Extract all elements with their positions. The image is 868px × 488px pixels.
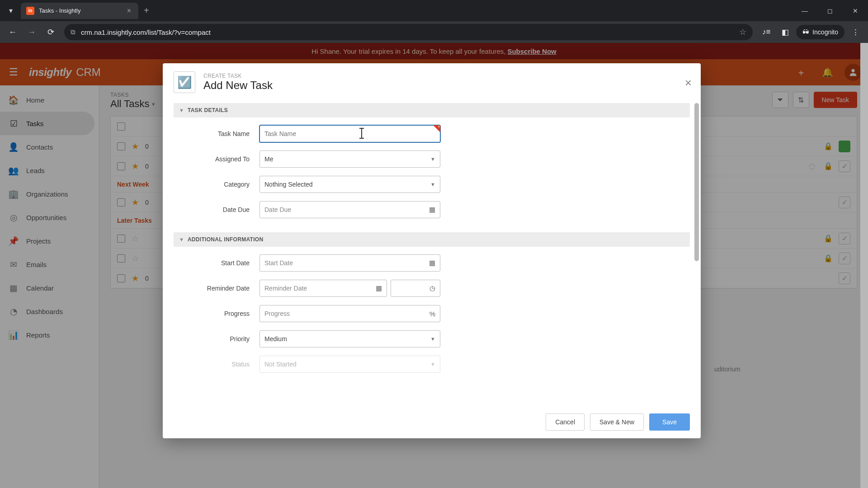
chevron-down-icon: ▼ [430,336,435,342]
scrollbar-thumb[interactable] [860,43,868,488]
label-reminder-date: Reminder Date [174,285,259,292]
reload-button[interactable]: ⟳ [42,24,59,40]
modal-eyebrow: CREATE TASK [203,73,273,79]
modal-header: ☑️ CREATE TASK Add New Task × [163,63,701,101]
save-button[interactable]: Save [649,413,690,431]
close-icon[interactable]: × [685,77,692,89]
progress-input[interactable]: Progress % [259,305,440,322]
chevron-down-icon: ▼ [430,361,435,367]
priority-select[interactable]: Medium ▼ [259,330,440,347]
incognito-label: Incognito [812,28,838,36]
calendar-icon[interactable]: ▦ [429,206,435,214]
task-name-input[interactable] [259,125,440,142]
forward-button[interactable]: → [24,24,40,40]
back-button[interactable]: ← [5,24,21,40]
incognito-icon: 🕶 [802,28,809,36]
label-assigned-to: Assigned To [174,155,259,163]
tab-list-dropdown[interactable]: ▾ [2,3,20,19]
url-text: crm.na1.insightly.com/list/Task/?v=compa… [81,28,734,36]
calendar-icon[interactable]: ▦ [429,259,435,267]
save-and-new-button[interactable]: Save & New [590,413,644,431]
media-controls-icon[interactable]: ♪≡ [758,24,774,40]
select-value: Nothing Selected [264,181,313,188]
label-category: Category [174,181,259,188]
side-panel-icon[interactable]: ◧ [777,24,793,40]
section-title: ADDITIONAL INFORMATION [188,236,263,243]
placeholder: Start Date [264,259,293,267]
label-progress: Progress [174,310,259,317]
cancel-button[interactable]: Cancel [546,413,585,431]
section-title: TASK DETAILS [188,107,228,113]
add-task-modal: ☑️ CREATE TASK Add New Task × ▼ TASK DET… [163,63,701,438]
modal-scrollbar[interactable] [694,103,699,261]
start-date-input[interactable]: Start Date ▦ [259,254,440,272]
modal-body: ▼ TASK DETAILS Task Name Assigned To [163,101,701,406]
category-select[interactable]: Nothing Selected ▼ [259,176,440,193]
label-start-date: Start Date [174,259,259,267]
window-minimize-button[interactable]: — [792,0,817,21]
site-info-icon[interactable]: ⧉ [71,28,75,36]
label-status: Status [174,361,259,368]
label-task-name: Task Name [174,130,259,137]
modal-footer: Cancel Save & New Save [163,406,701,438]
placeholder: Progress [264,310,290,317]
window-maximize-button[interactable]: ◻ [817,0,843,21]
chevron-down-icon: ▼ [179,108,184,113]
incognito-indicator[interactable]: 🕶 Incognito [796,25,844,39]
browser-tab-strip: ▾ in Tasks - Insightly × + — ◻ ✕ [0,0,868,21]
browser-menu-icon[interactable]: ⋮ [847,24,863,40]
date-due-input[interactable]: Date Due ▦ [259,201,440,218]
select-value: Medium [264,335,287,343]
window-close-button[interactable]: ✕ [843,0,868,21]
section-task-details[interactable]: ▼ TASK DETAILS [174,103,690,117]
favicon-insightly: in [26,7,34,15]
chevron-down-icon: ▼ [430,182,435,187]
placeholder: Reminder Date [264,285,307,292]
browser-tab[interactable]: in Tasks - Insightly × [21,3,138,19]
window-controls: — ◻ ✕ [792,0,868,21]
label-priority: Priority [174,335,259,343]
page-scrollbar[interactable] [860,43,868,488]
calendar-icon[interactable]: ▦ [376,284,382,292]
section-additional-info[interactable]: ▼ ADDITIONAL INFORMATION [174,232,690,247]
assigned-to-select[interactable]: Me ▼ [259,150,440,168]
tab-title: Tasks - Insightly [39,7,125,14]
new-tab-button[interactable]: + [138,5,155,16]
select-value: Not Started [264,361,297,368]
modal-title: Add New Task [203,79,273,92]
percent-icon: % [429,310,435,318]
chevron-down-icon: ▼ [430,156,435,162]
close-tab-icon[interactable]: × [125,7,133,15]
placeholder: Date Due [264,206,291,213]
chevron-down-icon: ▼ [179,237,184,242]
status-select[interactable]: Not Started ▼ [259,356,440,373]
reminder-date-input[interactable]: Reminder Date ▦ [259,280,387,297]
reminder-time-input[interactable]: ◷ [391,280,440,297]
browser-toolbar: ← → ⟳ ⧉ crm.na1.insightly.com/list/Task/… [0,21,868,43]
select-value: Me [264,155,273,163]
task-icon: ☑️ [174,71,195,93]
address-bar[interactable]: ⧉ crm.na1.insightly.com/list/Task/?v=com… [64,24,753,40]
clock-icon[interactable]: ◷ [429,284,435,292]
required-indicator [433,125,440,132]
label-date-due: Date Due [174,206,259,213]
bookmark-star-icon[interactable]: ☆ [739,27,746,37]
